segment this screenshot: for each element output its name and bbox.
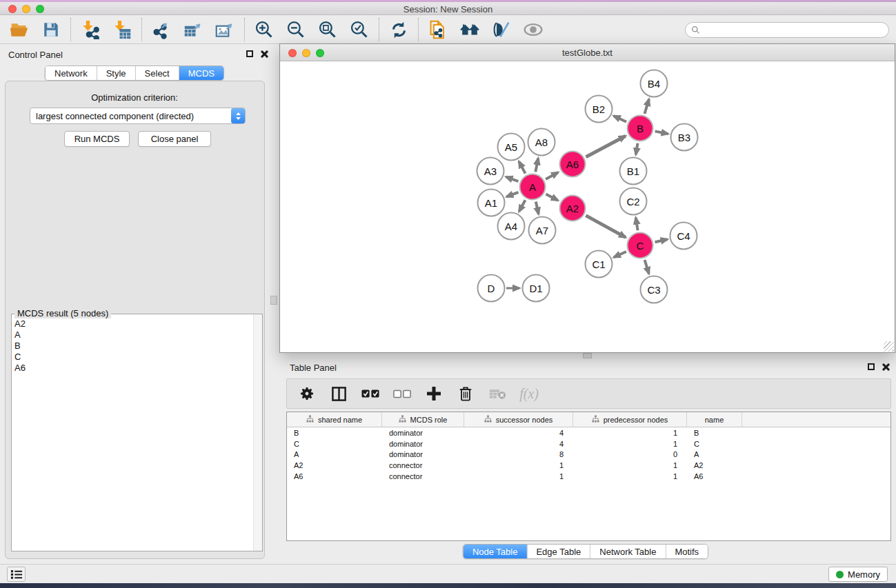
network-window-titlebar: testGlobe.txt (280, 44, 895, 61)
table-cell: A6 (287, 472, 382, 480)
tab-edge-table[interactable]: Edge Table (527, 545, 590, 558)
import-table-icon[interactable] (112, 19, 132, 40)
save-session-icon[interactable] (41, 19, 61, 40)
column-header-predecessor-nodes[interactable]: predecessor nodes (573, 412, 687, 427)
graph-node-A7[interactable]: A7 (528, 216, 557, 245)
table-row[interactable]: Bdominator41B (287, 427, 890, 438)
search-field[interactable] (685, 22, 889, 38)
graph-node-A1[interactable]: A1 (477, 189, 506, 217)
close-panel-button[interactable]: Close panel (138, 131, 211, 147)
zoom-out-icon[interactable] (286, 19, 306, 40)
result-list-item[interactable]: A (14, 330, 251, 341)
import-network-icon[interactable] (80, 19, 101, 40)
graph-node-B2[interactable]: B2 (585, 95, 613, 123)
result-list-item[interactable]: A6 (14, 363, 251, 374)
tab-node-table[interactable]: Node Table (464, 545, 528, 558)
horizontal-splitter-handle[interactable] (583, 353, 592, 358)
vertical-splitter-handle[interactable] (270, 296, 277, 305)
graph-node-A[interactable]: A (519, 174, 546, 201)
graph-node-C1[interactable]: C1 (585, 250, 613, 278)
table-row[interactable]: A6connector11A6 (287, 471, 890, 482)
column-header-name[interactable]: name (687, 412, 742, 427)
network-column-icon (399, 415, 406, 424)
zoom-in-icon[interactable] (254, 19, 275, 40)
run-mcds-button[interactable]: Run MCDS (64, 131, 130, 147)
task-history-button[interactable] (7, 567, 26, 582)
deselect-all-icon[interactable] (393, 385, 411, 403)
graph-node-A4[interactable]: A4 (497, 212, 526, 241)
table-row[interactable]: A2connector11A2 (287, 460, 890, 471)
settings-icon[interactable] (298, 385, 316, 403)
table-cell: 1 (573, 472, 687, 480)
memory-label: Memory (848, 569, 880, 580)
criterion-dropdown[interactable]: largest connected component (directed) (30, 108, 246, 124)
export-network-icon[interactable] (151, 19, 172, 40)
table-cell: 4 (464, 429, 573, 437)
table-cell: dominator (382, 429, 464, 437)
float-panel-icon[interactable] (246, 50, 253, 57)
graph-node-B1[interactable]: B1 (619, 157, 648, 185)
tab-network[interactable]: Network (46, 66, 97, 80)
search-input[interactable] (700, 26, 888, 35)
graph-node-C[interactable]: C (627, 232, 654, 259)
eye-icon[interactable] (523, 19, 544, 40)
select-all-icon[interactable] (361, 385, 379, 403)
network-canvas[interactable]: AA1A2A3A4A5A6A7A8BB1B2B3B4CC1C2C3C4DD1 (280, 61, 895, 352)
delete-icon[interactable] (457, 385, 475, 403)
tab-select[interactable]: Select (136, 66, 179, 80)
graph-node-B3[interactable]: B3 (670, 123, 699, 152)
graph-node-B[interactable]: B (627, 115, 654, 142)
result-list-item[interactable]: A2 (14, 318, 251, 330)
graph-node-B4[interactable]: B4 (640, 70, 668, 98)
table-row[interactable]: Adominator80A (287, 449, 890, 460)
graph-node-A8[interactable]: A8 (528, 128, 556, 156)
result-scrollbar[interactable] (253, 314, 262, 551)
refresh-icon[interactable] (388, 19, 409, 40)
tab-motifs[interactable]: Motifs (666, 545, 708, 558)
close-table-panel-icon[interactable] (882, 363, 889, 371)
criterion-value: largest connected component (directed) (30, 111, 231, 121)
tab-network-table[interactable]: Network Table (590, 545, 666, 558)
column-header-mcds-role[interactable]: MCDS role (382, 412, 464, 427)
graph-node-C4[interactable]: C4 (670, 222, 698, 250)
table-cell: dominator (382, 450, 464, 458)
graph-node-A3[interactable]: A3 (477, 157, 505, 185)
graphics-details-icon[interactable] (491, 19, 512, 40)
graph-node-C3[interactable]: C3 (640, 276, 668, 304)
graph-node-A6[interactable]: A6 (559, 151, 586, 178)
result-list-item[interactable]: B (14, 341, 251, 352)
copy-network-icon[interactable] (428, 19, 448, 40)
tab-mcds[interactable]: MCDS (179, 66, 223, 80)
graph-node-D1[interactable]: D1 (522, 274, 550, 303)
function-icon: f(x) (520, 385, 538, 403)
memory-button[interactable]: Memory (828, 567, 888, 582)
close-panel-icon[interactable] (260, 50, 268, 58)
graph-node-C2[interactable]: C2 (619, 187, 648, 216)
columns-icon[interactable] (330, 385, 348, 403)
add-icon[interactable] (425, 385, 443, 403)
mcds-result-title: MCDS result (5 nodes) (14, 308, 111, 318)
graph-node-A2[interactable]: A2 (559, 195, 586, 222)
column-header-successor-nodes[interactable]: successor nodes (464, 412, 573, 427)
table-cell: connector (382, 472, 464, 480)
graph-node-A5[interactable]: A5 (497, 133, 526, 161)
export-table-icon[interactable] (183, 19, 203, 40)
float-table-panel-icon[interactable] (868, 363, 875, 370)
memory-status-icon (836, 571, 844, 578)
resize-grip[interactable] (884, 341, 894, 352)
table-cell: C (287, 440, 382, 448)
chevron-updown-icon (231, 108, 245, 123)
table-cell: 1 (464, 472, 573, 480)
table-row[interactable]: Cdominator41C (287, 438, 890, 449)
open-session-icon[interactable] (9, 19, 30, 40)
zoom-fit-icon[interactable] (317, 19, 338, 40)
graph-node-D[interactable]: D (477, 274, 506, 303)
houses-icon[interactable] (459, 19, 480, 40)
export-image-icon[interactable] (215, 19, 235, 40)
result-list-item[interactable]: C (14, 352, 251, 363)
list-icon (10, 569, 23, 580)
tab-style[interactable]: Style (97, 66, 136, 80)
table-cell: B (687, 429, 742, 437)
column-header-shared-name[interactable]: shared name (287, 412, 382, 427)
zoom-selected-icon[interactable] (349, 19, 370, 40)
